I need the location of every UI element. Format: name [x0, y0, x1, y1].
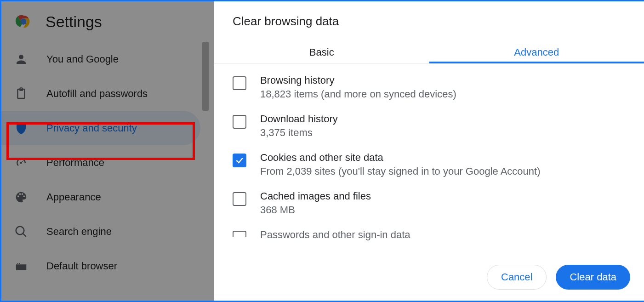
option-title: Cached images and files: [260, 190, 371, 202]
dialog-tabs: Basic Advanced: [214, 41, 644, 63]
checkbox-cached-images[interactable]: [233, 192, 246, 206]
option-title: Browsing history: [260, 74, 456, 86]
modal-backdrop: [1, 1, 214, 301]
option-download-history[interactable]: Download history 3,375 items: [233, 107, 626, 145]
tab-advanced[interactable]: Advanced: [429, 41, 644, 63]
option-title: Download history: [260, 113, 338, 125]
option-browsing-history[interactable]: Browsing history 18,823 items (and more …: [233, 68, 626, 107]
option-cookies[interactable]: Cookies and other site data From 2,039 s…: [233, 145, 626, 184]
clear-browsing-data-dialog: Clear browsing data Basic Advanced Brows…: [214, 1, 644, 301]
option-subtitle: 368 MB: [260, 204, 371, 216]
tab-basic[interactable]: Basic: [214, 41, 429, 63]
option-passwords[interactable]: Passwords and other sign-in data: [233, 222, 626, 247]
cancel-button[interactable]: Cancel: [487, 265, 547, 290]
checkbox-passwords[interactable]: [233, 231, 246, 237]
option-subtitle: 18,823 items (and more on synced devices…: [260, 88, 456, 100]
option-subtitle: 3,375 items: [260, 127, 338, 139]
option-title: Cookies and other site data: [260, 152, 541, 164]
checkbox-download-history[interactable]: [233, 115, 246, 129]
clear-data-button[interactable]: Clear data: [556, 265, 630, 290]
dialog-actions: Cancel Clear data: [214, 253, 644, 301]
dialog-title: Clear browsing data: [214, 1, 644, 41]
checkbox-cookies[interactable]: [233, 154, 246, 167]
option-cached-images[interactable]: Cached images and files 368 MB: [233, 184, 626, 222]
option-subtitle: From 2,039 sites (you'll stay signed in …: [260, 165, 541, 177]
option-title: Passwords and other sign-in data: [260, 229, 410, 241]
clear-data-options: Browsing history 18,823 items (and more …: [214, 63, 644, 253]
checkbox-browsing-history[interactable]: [233, 76, 246, 90]
